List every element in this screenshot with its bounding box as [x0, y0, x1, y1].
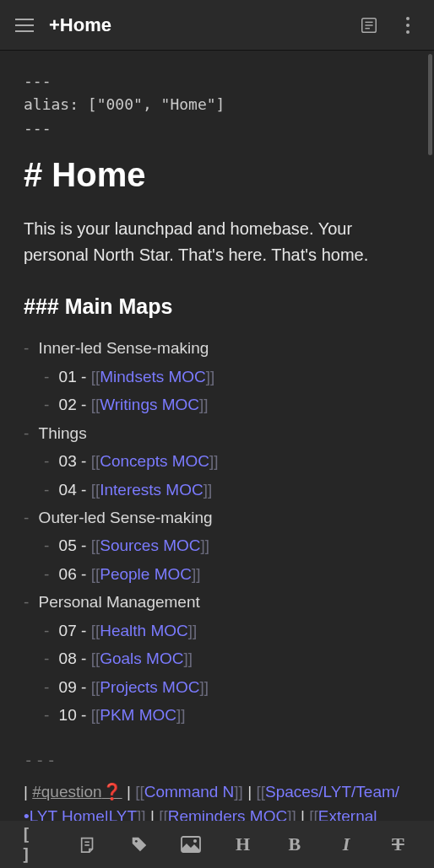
list-item: - 02 - [[Writings MOC]] — [24, 392, 410, 417]
heading-button[interactable]: H — [228, 829, 258, 860]
hamburger-icon[interactable] — [15, 19, 34, 32]
wiki-link[interactable]: Mindsets MOC — [100, 368, 206, 385]
heading-1: # Home — [24, 148, 410, 201]
link-reminders[interactable]: Reminders MOC — [168, 807, 287, 821]
wiki-link[interactable]: People MOC — [100, 565, 192, 583]
tag-button[interactable] — [124, 829, 155, 860]
wiki-link[interactable]: Projects MOC — [100, 678, 199, 696]
list-item: - 06 - [[People MOC]] — [24, 562, 410, 586]
page-title: +Home — [49, 14, 341, 36]
svg-point-5 — [406, 24, 410, 27]
bold-button[interactable]: B — [279, 829, 310, 860]
intro-text: This is your launchpad and homebase. You… — [24, 216, 410, 268]
section-header: - Things — [24, 421, 410, 445]
svg-point-4 — [406, 17, 410, 20]
wiki-link[interactable]: Health MOC — [100, 622, 188, 639]
list-item: - 07 - [[Health MOC]] — [24, 618, 410, 643]
section-header: - Outer-led Sense-making — [24, 505, 410, 530]
section-header: - Personal Management — [24, 590, 410, 614]
image-button[interactable] — [176, 829, 206, 860]
more-icon[interactable] — [397, 14, 419, 36]
list-item: - 01 - [[Mindsets MOC]] — [24, 364, 410, 389]
wiki-link[interactable]: Interests MOC — [100, 481, 203, 499]
frontmatter-alias: alias: ["000", "Home"] — [24, 93, 410, 116]
svg-point-6 — [406, 30, 410, 34]
list-item: - 03 - [[Concepts MOC]] — [24, 449, 410, 473]
list-item: - 10 - [[PKM MOC]] — [24, 703, 410, 727]
editor-content[interactable]: --- alias: ["000", "Home"] --- # Home Th… — [0, 51, 434, 821]
question-tag[interactable]: #question❓ — [32, 783, 122, 801]
hr: --- — [24, 748, 410, 773]
wiki-link[interactable]: Writings MOC — [100, 396, 199, 413]
section-header: - Inner-led Sense-making — [24, 336, 410, 360]
wiki-link[interactable]: Goals MOC — [100, 650, 183, 667]
editor-toolbar: [ ] H B I T — [0, 821, 434, 868]
brackets-button[interactable]: [ ] — [21, 829, 52, 860]
wiki-link[interactable]: Sources MOC — [100, 536, 200, 554]
wiki-link[interactable]: Concepts MOC — [100, 452, 209, 470]
outline-icon[interactable] — [358, 14, 380, 36]
footer-links: | #question❓ | [[Command N]] | [[Spaces/… — [24, 779, 410, 821]
link-command-n[interactable]: Command N — [144, 783, 235, 801]
scrollbar[interactable] — [428, 54, 432, 155]
note-button[interactable] — [73, 829, 103, 860]
italic-button[interactable]: I — [331, 829, 361, 860]
list-item: - 04 - [[Interests MOC]] — [24, 477, 410, 502]
svg-point-11 — [193, 839, 197, 843]
frontmatter-open: --- — [24, 69, 410, 93]
list-item: - 05 - [[Sources MOC]] — [24, 533, 410, 558]
frontmatter-close: --- — [24, 116, 410, 140]
strikethrough-button[interactable]: T — [382, 829, 413, 860]
list-item: - 09 - [[Projects MOC]] — [24, 675, 410, 699]
wiki-link[interactable]: PKM MOC — [100, 706, 176, 724]
list-item: - 08 - [[Goals MOC]] — [24, 646, 410, 671]
heading-3: ### Main Maps — [24, 290, 410, 323]
app-header: +Home — [0, 0, 434, 51]
svg-point-9 — [135, 840, 138, 843]
